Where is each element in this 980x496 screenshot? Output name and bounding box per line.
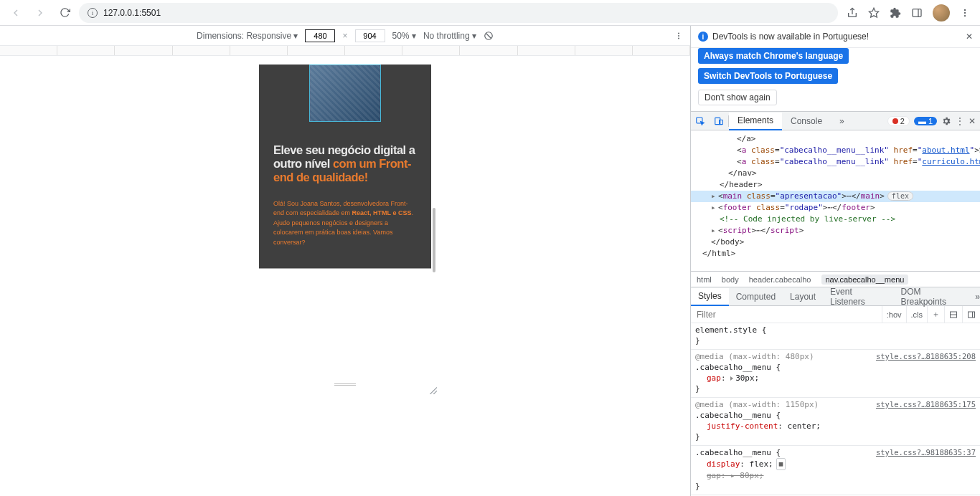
viewport-scrollbar[interactable] — [433, 208, 435, 272]
page-intro: Olá! Sou Joana Santos, desenvolvedora Fr… — [273, 199, 417, 247]
device-menu-icon[interactable] — [674, 32, 683, 40]
svg-point-6 — [964, 14, 966, 16]
bookmark-icon[interactable] — [868, 7, 880, 19]
address-bar[interactable]: i 127.0.0.1:5501 — [79, 3, 838, 23]
page-heading: Eleve seu negócio digital a outro nível … — [273, 143, 417, 184]
back-button[interactable] — [6, 3, 26, 23]
settings-icon[interactable] — [941, 116, 951, 126]
resize-handle-icon[interactable] — [428, 386, 437, 394]
breadcrumb[interactable]: html body header.cabecalho nav.cabecalho… — [691, 271, 980, 287]
dimensions-dropdown[interactable]: Dimensions: Responsive ▾ — [197, 31, 298, 41]
infobar-text: DevTools is now available in Portuguese! — [712, 32, 869, 42]
styles-body[interactable]: element.style { } style.css?…8188635:208… — [691, 323, 980, 496]
tabs-overflow-icon[interactable]: » — [831, 112, 853, 130]
share-icon[interactable] — [847, 7, 858, 19]
reload-button[interactable] — [55, 3, 75, 23]
chrome-menu-icon[interactable] — [960, 8, 970, 18]
tab-dom-breakpoints[interactable]: DOM Breakpoints — [894, 287, 973, 305]
svg-marker-1 — [869, 8, 878, 17]
error-count-badge[interactable]: 2 — [887, 116, 910, 126]
side-panel-icon[interactable] — [911, 7, 923, 19]
sidebar-toggle-icon[interactable] — [962, 306, 980, 323]
styles-tabs: Styles Computed Layout Event Listeners D… — [691, 287, 980, 306]
svg-line-13 — [433, 391, 437, 394]
svg-rect-2 — [913, 9, 921, 16]
zoom-dropdown[interactable]: 50% ▾ — [392, 31, 416, 41]
dimension-separator: × — [342, 31, 347, 41]
svg-point-4 — [964, 9, 966, 10]
issue-count-badge[interactable]: ▬ 1 — [914, 117, 937, 125]
tab-styles[interactable]: Styles — [691, 288, 729, 306]
rotate-icon[interactable] — [484, 31, 494, 41]
devtools-panel: i DevTools is now available in Portugues… — [690, 26, 980, 496]
device-toolbar: Dimensions: Responsive ▾ × 50% ▾ No thro… — [0, 26, 690, 46]
cls-toggle[interactable]: .cls — [906, 306, 928, 323]
svg-line-12 — [430, 387, 437, 394]
extensions-icon[interactable] — [890, 7, 901, 19]
tab-event-listeners[interactable]: Event Listeners — [823, 287, 893, 305]
tab-computed[interactable]: Computed — [729, 287, 783, 305]
styles-filter-input[interactable] — [691, 310, 882, 320]
devtools-close-icon[interactable]: ✕ — [969, 116, 976, 126]
svg-point-11 — [678, 37, 679, 39]
devtools-tabs: Elements Console » 2 ▬ 1 ⋮ ✕ — [691, 111, 980, 130]
device-mode-pane: Dimensions: Responsive ▾ × 50% ▾ No thro… — [0, 26, 690, 496]
svg-rect-19 — [969, 312, 975, 318]
crumb-body[interactable]: body — [722, 275, 739, 284]
dom-tree[interactable]: </a> <a class="cabecalho__menu__link" hr… — [691, 130, 980, 271]
throttling-dropdown[interactable]: No throttling ▾ — [423, 31, 476, 41]
tab-elements[interactable]: Elements — [729, 113, 782, 130]
svg-point-5 — [964, 11, 966, 13]
device-toggle-icon[interactable] — [710, 116, 728, 126]
device-viewport[interactable]: Eleve seu negócio digital a outro nível … — [259, 65, 431, 388]
crumb-html[interactable]: html — [697, 275, 712, 284]
drag-handle-icon[interactable] — [334, 383, 356, 386]
profile-avatar[interactable] — [933, 4, 950, 22]
hov-toggle[interactable]: :hov — [882, 306, 906, 323]
svg-point-9 — [678, 32, 679, 34]
inspect-icon[interactable] — [691, 116, 710, 126]
source-link[interactable]: style.css?…8188635:208 — [876, 351, 976, 362]
site-info-icon[interactable]: i — [88, 8, 98, 18]
tab-layout[interactable]: Layout — [783, 287, 823, 305]
close-icon[interactable]: ✕ — [966, 32, 973, 42]
flex-badge-icon[interactable]: ▦ — [776, 458, 786, 470]
url-text: 127.0.0.1:5501 — [103, 8, 161, 18]
tab-console[interactable]: Console — [782, 112, 831, 130]
svg-point-10 — [678, 35, 679, 37]
width-input[interactable] — [305, 29, 335, 42]
svg-line-8 — [486, 33, 491, 38]
ruler — [0, 46, 690, 56]
styles-overflow-icon[interactable]: » — [975, 292, 980, 302]
dont-show-button[interactable]: Don't show again — [698, 90, 777, 105]
crumb-nav[interactable]: nav.cabecalho__menu — [821, 275, 909, 285]
height-input[interactable] — [355, 29, 385, 42]
switch-language-button[interactable]: Switch DevTools to Portuguese — [698, 68, 838, 84]
new-rule-icon[interactable]: ＋ — [927, 306, 944, 323]
info-icon: i — [698, 32, 708, 42]
browser-toolbar: i 127.0.0.1:5501 — [0, 0, 980, 26]
source-link[interactable]: style.css?…8188635:175 — [876, 399, 976, 410]
source-link[interactable]: style.css?…98188635:37 — [876, 447, 976, 458]
devtools-infobar: i DevTools is now available in Portugues… — [691, 26, 980, 48]
devtools-menu-icon[interactable]: ⋮ — [956, 116, 964, 126]
forward-button[interactable] — [30, 3, 50, 23]
hero-image — [309, 65, 381, 122]
selected-dom-node[interactable]: ▸<main class="apresentacao">⋯</main>flex — [691, 191, 980, 202]
match-language-button[interactable]: Always match Chrome's language — [698, 48, 849, 64]
crumb-header[interactable]: header.cabecalho — [749, 275, 811, 284]
computed-toggle-icon[interactable] — [944, 306, 962, 323]
